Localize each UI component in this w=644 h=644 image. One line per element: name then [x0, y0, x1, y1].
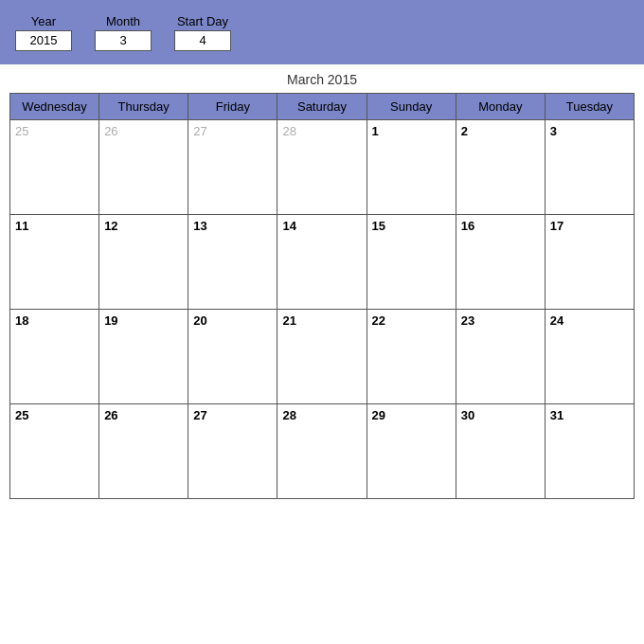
- calendar-day-cell: 30: [456, 404, 545, 499]
- calendar-day-cell: 28: [277, 120, 367, 215]
- calendar-title: March 2015: [9, 72, 635, 87]
- calendar-header: Monday: [456, 94, 545, 120]
- calendar-day-cell: 11: [10, 215, 99, 310]
- calendar-day-cell: 26: [99, 120, 188, 215]
- calendar-day-cell: 21: [277, 310, 367, 404]
- calendar-day-cell: 12: [99, 215, 188, 310]
- calendar-day-cell: 29: [367, 404, 456, 499]
- calendar-day-cell: 27: [188, 120, 277, 215]
- calendar-section: March 2015 WednesdayThursdayFridaySaturd…: [0, 64, 644, 499]
- calendar-week-row: 18192021222324: [10, 310, 635, 404]
- calendar-header: Wednesday: [10, 94, 99, 120]
- calendar-day-cell: 25: [10, 120, 99, 215]
- calendar-table: WednesdayThursdayFridaySaturdaySundayMon…: [9, 93, 635, 499]
- calendar-week-row: 25262728293031: [10, 404, 635, 499]
- year-input[interactable]: [15, 30, 72, 51]
- calendar-day-cell: 23: [456, 310, 545, 404]
- month-input[interactable]: [95, 30, 152, 51]
- calendar-day-cell: 15: [367, 215, 456, 310]
- calendar-day-cell: 3: [545, 120, 634, 215]
- top-bar: Year Month Start Day: [0, 0, 644, 64]
- calendar-header: Saturday: [277, 94, 367, 120]
- calendar-day-cell: 18: [10, 310, 99, 404]
- calendar-day-cell: 13: [188, 215, 277, 310]
- calendar-header: Friday: [188, 94, 277, 120]
- calendar-day-cell: 17: [545, 215, 634, 310]
- calendar-day-cell: 28: [277, 404, 367, 499]
- startday-label: Start Day: [177, 14, 228, 28]
- startday-control: Start Day: [174, 14, 231, 51]
- calendar-week-row: 11121314151617: [10, 215, 635, 310]
- calendar-day-cell: 20: [188, 310, 277, 404]
- year-label: Year: [31, 14, 56, 28]
- calendar-day-cell: 22: [367, 310, 456, 404]
- month-label: Month: [106, 14, 140, 28]
- startday-input[interactable]: [174, 30, 231, 51]
- calendar-day-cell: 14: [277, 215, 367, 310]
- year-control: Year: [15, 14, 72, 51]
- calendar-day-cell: 27: [188, 404, 277, 499]
- calendar-header: Tuesday: [545, 94, 634, 120]
- calendar-day-cell: 25: [10, 404, 99, 499]
- calendar-header: Sunday: [367, 94, 456, 120]
- calendar-day-cell: 1: [367, 120, 456, 215]
- calendar-day-cell: 31: [545, 404, 634, 499]
- calendar-day-cell: 2: [456, 120, 545, 215]
- calendar-day-cell: 16: [456, 215, 545, 310]
- calendar-week-row: 25262728123: [10, 120, 635, 215]
- calendar-day-cell: 26: [99, 404, 188, 499]
- month-control: Month: [95, 14, 152, 51]
- calendar-day-cell: 24: [545, 310, 634, 404]
- calendar-header: Thursday: [99, 94, 188, 120]
- calendar-day-cell: 19: [99, 310, 188, 404]
